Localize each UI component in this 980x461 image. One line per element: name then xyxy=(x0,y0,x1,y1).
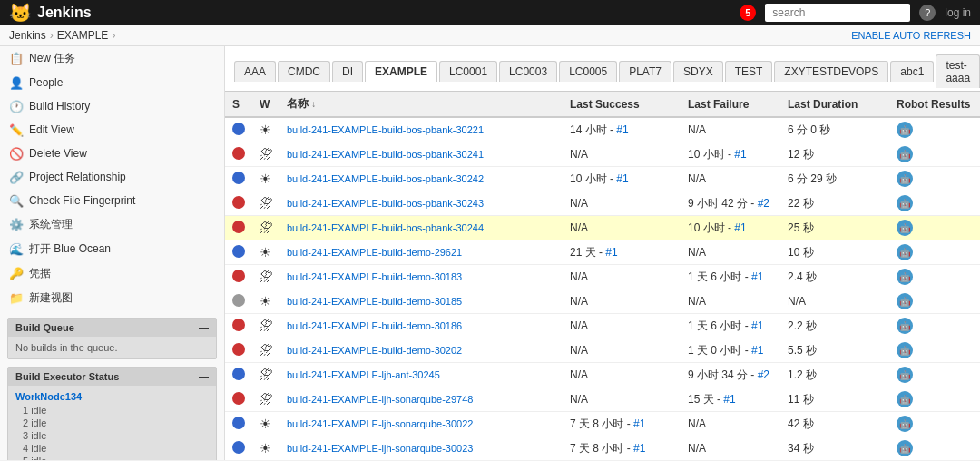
help-button[interactable]: ? xyxy=(919,5,936,21)
auto-refresh-link[interactable]: ENABLE AUTO REFRESH xyxy=(851,30,971,41)
sidebar-item-build-history[interactable]: 🕐 Build History xyxy=(0,94,224,118)
breadcrumb-jenkins[interactable]: Jenkins xyxy=(9,29,46,42)
tab-LC0005[interactable]: LC0005 xyxy=(559,61,617,82)
breadcrumb-example[interactable]: EXAMPLE xyxy=(57,29,109,42)
tab-abc1[interactable]: abc1 xyxy=(890,61,934,82)
robot-icon[interactable]: 🤖 xyxy=(897,416,913,432)
robot-icon[interactable]: 🤖 xyxy=(897,122,913,138)
robot-icon[interactable]: 🤖 xyxy=(897,318,913,334)
robot-icon[interactable]: 🤖 xyxy=(897,171,913,187)
tab-LC0003[interactable]: LC0003 xyxy=(499,61,557,82)
notification-badge[interactable]: 5 xyxy=(740,5,756,21)
build-queue-minimize-icon[interactable]: — xyxy=(199,322,209,333)
last-success-cell: 14 小时 - #1 xyxy=(563,117,681,142)
tab-SDYX[interactable]: SDYX xyxy=(673,61,723,82)
executor-slot-3: 3 idle xyxy=(15,429,209,442)
build-name-link[interactable]: build-241-EXAMPLE-build-demo-30183 xyxy=(287,271,462,282)
build-name-link[interactable]: build-241-EXAMPLE-build-bos-pbank-30241 xyxy=(287,149,484,160)
last-duration-cell: 42 秒 xyxy=(780,412,889,436)
sidebar-item-new-task[interactable]: 📋 New 任务 xyxy=(0,46,224,71)
col-header-robot: Robot Results xyxy=(889,92,980,117)
build-queue-title: Build Queue xyxy=(15,322,74,333)
tab-ZXYTESTDEVOPS[interactable]: ZXYTESTDEVOPS xyxy=(774,61,888,82)
table-row: ☀build-241-EXAMPLE-build-bos-pbank-30221… xyxy=(225,117,980,142)
last-success-link[interactable]: #1 xyxy=(633,442,645,455)
build-name-link[interactable]: build-241-EXAMPLE-build-bos-pbank-30221 xyxy=(287,124,484,135)
table-row: ⛈build-241-EXAMPLE-ljh-ant-30245N/A9 小时 … xyxy=(225,363,980,387)
build-name-link[interactable]: build-241-EXAMPLE-ljh-sonarqube-30022 xyxy=(287,418,473,429)
worker-name[interactable]: WorkNode134 xyxy=(15,389,209,404)
name-cell: build-241-EXAMPLE-build-bos-pbank-30243 xyxy=(279,191,563,216)
last-success-link[interactable]: #1 xyxy=(633,417,645,430)
weather-icon: ⛈ xyxy=(260,147,272,162)
last-failure-link[interactable]: #2 xyxy=(758,368,769,381)
last-failure-link[interactable]: #1 xyxy=(751,319,763,332)
robot-icon[interactable]: 🤖 xyxy=(897,440,913,456)
status-cell xyxy=(225,363,252,387)
sidebar-item-people[interactable]: 👤 People xyxy=(0,71,224,94)
build-name-link[interactable]: build-241-EXAMPLE-build-demo-30202 xyxy=(287,345,462,356)
last-duration-cell: 12 秒 xyxy=(780,142,889,167)
last-failure-link[interactable]: #2 xyxy=(758,197,769,210)
robot-icon[interactable]: 🤖 xyxy=(897,146,913,162)
last-success-cell: N/A xyxy=(563,338,681,363)
build-name-link[interactable]: build-241-EXAMPLE-ljh-ant-30245 xyxy=(287,369,440,380)
tab-AAA[interactable]: AAA xyxy=(234,61,276,82)
build-name-link[interactable]: build-241-EXAMPLE-build-demo-29621 xyxy=(287,247,462,258)
last-failure-link[interactable]: #1 xyxy=(723,393,735,406)
last-success-cell: N/A xyxy=(563,314,681,338)
last-success-link[interactable]: #1 xyxy=(605,246,617,259)
build-name-link[interactable]: build-241-EXAMPLE-build-bos-pbank-30242 xyxy=(287,173,484,184)
table-row: ⛈build-241-EXAMPLE-build-demo-30186N/A1 … xyxy=(225,314,980,338)
weather-cell: ☀ xyxy=(252,167,279,191)
sidebar-item-blue-ocean[interactable]: 🌊 打开 Blue Ocean xyxy=(0,237,224,261)
robot-icon[interactable]: 🤖 xyxy=(897,391,913,407)
sidebar-item-check-file[interactable]: 🔍 Check File Fingerprint xyxy=(0,189,224,212)
last-failure-link[interactable]: #1 xyxy=(751,270,763,283)
robot-icon[interactable]: 🤖 xyxy=(897,244,913,260)
sidebar-item-new-view[interactable]: 📁 新建视图 xyxy=(0,286,224,310)
status-indicator xyxy=(232,294,245,307)
sort-icon[interactable]: ↓ xyxy=(311,99,316,109)
build-name-link[interactable]: build-241-EXAMPLE-build-bos-pbank-30243 xyxy=(287,198,484,209)
last-failure-link[interactable]: #1 xyxy=(734,148,746,161)
weather-icon: ☀ xyxy=(260,441,271,456)
build-name-link[interactable]: build-241-EXAMPLE-ljh-sonarqube-29748 xyxy=(287,394,473,405)
robot-icon[interactable]: 🤖 xyxy=(897,342,913,358)
build-name-link[interactable]: build-241-EXAMPLE-build-bos-pbank-30244 xyxy=(287,222,484,233)
search-input[interactable] xyxy=(765,4,910,22)
last-duration-cell: 22 秒 xyxy=(780,191,889,216)
last-failure-link[interactable]: #1 xyxy=(751,344,763,357)
robot-icon[interactable]: 🤖 xyxy=(897,367,913,383)
tab-DI[interactable]: DI xyxy=(332,61,363,82)
col-header-s: S xyxy=(225,92,252,117)
last-success-link[interactable]: #1 xyxy=(616,172,628,185)
build-executor-minimize-icon[interactable]: — xyxy=(199,371,209,382)
tab-test-aaaa[interactable]: test-aaaa xyxy=(936,54,980,88)
sidebar-item-label: People xyxy=(29,76,63,89)
tab-EXAMPLE[interactable]: EXAMPLE xyxy=(365,61,437,82)
col-header-last-failure: Last Failure xyxy=(681,92,780,117)
robot-icon[interactable]: 🤖 xyxy=(897,220,913,236)
sidebar-item-credentials[interactable]: 🔑 凭据 xyxy=(0,261,224,286)
robot-results-cell: 🤖 xyxy=(889,240,980,265)
login-button[interactable]: log in xyxy=(945,6,971,19)
sidebar-item-edit-view[interactable]: ✏️ Edit View xyxy=(0,118,224,142)
robot-icon[interactable]: 🤖 xyxy=(897,269,913,285)
tab-CMDC[interactable]: CMDC xyxy=(278,61,330,82)
build-name-link[interactable]: build-241-EXAMPLE-build-demo-30186 xyxy=(287,320,462,331)
last-failure-cell: N/A xyxy=(681,117,780,142)
tab-LC0001[interactable]: LC0001 xyxy=(439,61,497,82)
last-success-link[interactable]: #1 xyxy=(616,123,628,136)
sidebar-item-delete-view[interactable]: 🚫 Delete View xyxy=(0,142,224,165)
robot-icon[interactable]: 🤖 xyxy=(897,293,913,309)
last-failure-link[interactable]: #1 xyxy=(734,221,746,234)
sidebar-item-project-relationship[interactable]: 🔗 Project Relationship xyxy=(0,165,224,189)
tab-TEST[interactable]: TEST xyxy=(725,61,773,82)
sidebar-item-system-manage[interactable]: ⚙️ 系统管理 xyxy=(0,212,224,237)
build-name-link[interactable]: build-241-EXAMPLE-ljh-sonarqube-30023 xyxy=(287,443,473,454)
tab-PLAT7[interactable]: PLAT7 xyxy=(619,61,671,82)
sidebar-item-label: New 任务 xyxy=(29,51,75,66)
build-name-link[interactable]: build-241-EXAMPLE-build-demo-30185 xyxy=(287,296,462,307)
robot-icon[interactable]: 🤖 xyxy=(897,195,913,211)
